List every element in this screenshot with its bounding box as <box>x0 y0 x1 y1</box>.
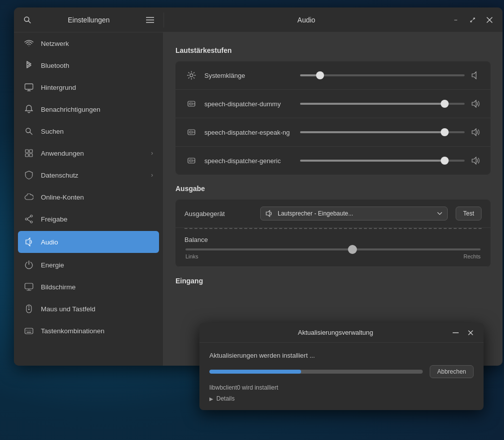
sidebar-item-freigabe[interactable]: Freigabe <box>14 208 163 230</box>
speech-generic-slider[interactable] <box>300 160 465 162</box>
content-area: Lautstärkestufen Systemklänge <box>164 32 503 366</box>
maximize-button[interactable] <box>466 13 480 27</box>
music-icon-2 <box>184 125 198 139</box>
update-body: Aktualisierungen werden installiert ... … <box>199 343 484 410</box>
speech-dummy-slider[interactable] <box>300 103 465 105</box>
speech-generic-label: speech-dispatcher-generic <box>204 157 294 165</box>
bell-icon <box>24 104 34 114</box>
volume-row-speech-dummy: speech-dispatcher-dummy <box>175 90 491 118</box>
cancel-button[interactable]: Abbrechen <box>430 365 474 378</box>
output-device-select[interactable]: Lautsprecher - Eingebaute... <box>260 207 448 220</box>
ausgabegeraet-label: Ausgabegerät <box>184 210 254 218</box>
balance-row: Balance Links Rechts <box>175 229 491 267</box>
volume-row-systemklaenge: Systemklänge <box>175 61 491 90</box>
speech-dummy-label: speech-dispatcher-dummy <box>204 100 294 108</box>
gear-icon <box>184 68 198 82</box>
svg-marker-53 <box>472 157 476 164</box>
sidebar-item-datenschutz[interactable]: Datenschutz › <box>14 164 163 186</box>
keyboard-icon <box>24 326 34 336</box>
svg-rect-12 <box>25 150 28 153</box>
anwendungen-arrow: › <box>151 150 153 157</box>
sidebar-item-tastenkombinationen[interactable]: Tastenkombinationen <box>14 320 163 342</box>
svg-rect-28 <box>25 328 33 334</box>
details-label: Details <box>216 395 235 402</box>
sidebar-item-suchen[interactable]: Suchen <box>14 120 163 142</box>
balance-label: Balance <box>184 236 482 243</box>
maximize-icon <box>470 17 476 23</box>
volume-section-title: Lautstärkestufen <box>175 46 491 54</box>
svg-point-16 <box>30 215 32 217</box>
systemklaenge-slider[interactable] <box>300 74 465 76</box>
shield-icon <box>24 170 34 180</box>
cloud-icon <box>24 192 34 202</box>
sidebar-item-online-konten[interactable]: Online-Konten <box>14 186 163 208</box>
test-button[interactable]: Test <box>456 207 482 220</box>
speech-espeak-volume-icon[interactable] <box>471 127 482 138</box>
svg-rect-7 <box>25 84 33 89</box>
display-icon <box>24 282 34 292</box>
bluetooth-icon <box>24 60 34 70</box>
input-section-title: Eingang <box>175 277 491 285</box>
systemklaenge-label: Systemklänge <box>204 72 294 79</box>
progress-row: Abbrechen <box>209 365 474 378</box>
balance-left-label: Links <box>185 253 198 259</box>
svg-rect-22 <box>25 283 33 289</box>
svg-marker-35 <box>472 72 476 79</box>
svg-point-27 <box>28 309 30 310</box>
output-device-value: Lautsprecher - Eingebaute... <box>278 210 433 217</box>
volume-row-speech-espeak: speech-dispatcher-espeak-ng <box>175 118 491 147</box>
sidebar-item-hintergrund[interactable]: Hintergrund <box>14 76 163 98</box>
update-close-icon <box>468 330 473 335</box>
balance-right-label: Rechts <box>464 253 481 259</box>
svg-point-18 <box>30 221 32 223</box>
svg-marker-47 <box>472 129 476 136</box>
sidebar-item-benachrichtigungen[interactable]: Benachrichtigungen <box>14 98 163 120</box>
sidebar-item-bluetooth[interactable]: Bluetooth <box>14 54 163 76</box>
suchen-search-icon <box>24 126 34 136</box>
speech-espeak-slider[interactable] <box>300 131 465 133</box>
svg-marker-41 <box>472 100 476 107</box>
svg-rect-13 <box>29 150 32 153</box>
details-row[interactable]: ▶ Details <box>209 395 474 402</box>
update-close-button[interactable] <box>465 327 477 339</box>
update-minimize-button[interactable] <box>450 327 462 339</box>
menu-icon-btn[interactable] <box>143 12 158 27</box>
speech-generic-volume-icon[interactable] <box>471 155 482 166</box>
close-button[interactable] <box>483 13 497 27</box>
details-arrow-icon: ▶ <box>209 396 213 402</box>
music-icon-1 <box>184 97 198 111</box>
balance-slider[interactable]: Links Rechts <box>184 248 482 259</box>
titlebar-left: Einstellungen <box>14 12 164 27</box>
search-icon-btn[interactable] <box>20 12 35 27</box>
audio-title: Audio <box>164 16 449 24</box>
update-status: Aktualisierungen werden installiert ... <box>209 352 474 359</box>
sidebar-item-energie[interactable]: Energie <box>14 254 163 276</box>
window-body: Netzwerk Bluetooth Hin <box>14 32 503 366</box>
svg-marker-21 <box>26 238 30 246</box>
datenschutz-arrow: › <box>151 172 153 179</box>
output-card: Ausgabegerät Lautsprecher - Eingebaute..… <box>175 200 491 267</box>
speaker-icon <box>266 210 274 217</box>
music-icon-3 <box>184 154 198 168</box>
audio-icon <box>24 237 34 247</box>
svg-point-34 <box>190 74 193 77</box>
sidebar-item-netzwerk[interactable]: Netzwerk <box>14 32 163 54</box>
speech-espeak-label: speech-dispatcher-espeak-ng <box>204 129 294 136</box>
monitor-icon <box>24 82 34 92</box>
search-icon <box>23 16 31 24</box>
sidebar-item-bildschirme[interactable]: Bildschirme <box>14 276 163 298</box>
svg-line-19 <box>27 217 30 219</box>
sidebar-item-maus-tastfeld[interactable]: Maus und Tastfeld <box>14 298 163 320</box>
progress-fill <box>209 370 301 374</box>
systemklaenge-volume-icon[interactable] <box>471 70 482 81</box>
sidebar-item-audio[interactable]: Audio <box>18 231 159 253</box>
titlebar-controls: − <box>449 13 503 27</box>
minimize-button[interactable]: − <box>449 13 463 27</box>
update-dialog: Aktualisierungsverwaltung Aktualisierung… <box>199 323 484 410</box>
svg-rect-15 <box>29 154 32 157</box>
mouse-icon <box>24 304 34 314</box>
titlebar: Einstellungen Audio − <box>14 7 503 32</box>
grid-icon <box>24 148 34 158</box>
speech-dummy-volume-icon[interactable] <box>471 98 482 109</box>
sidebar-item-anwendungen[interactable]: Anwendungen › <box>14 142 163 164</box>
